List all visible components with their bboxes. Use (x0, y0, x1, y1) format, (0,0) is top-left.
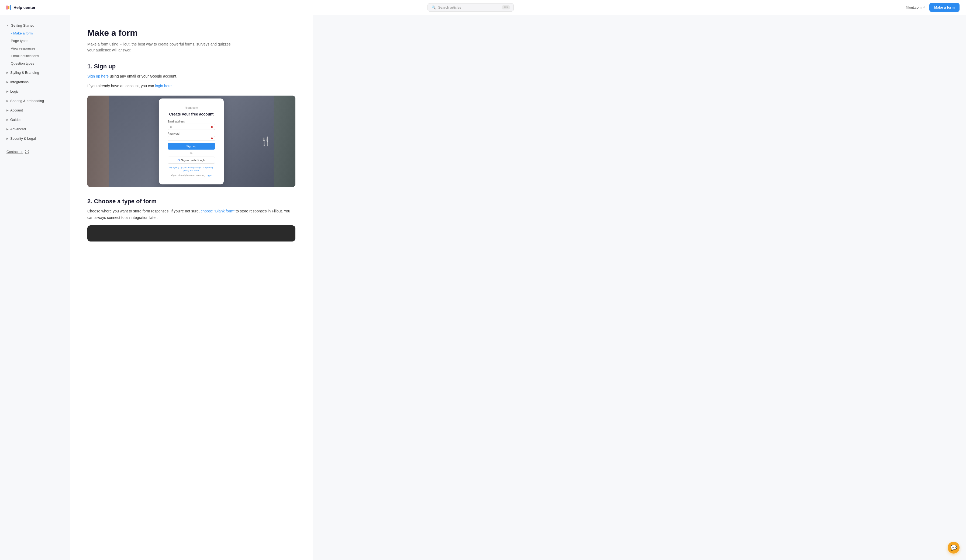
section1-heading: 1. Sign up (87, 63, 296, 70)
sidebar: ▼ Getting Started Make a form Page types… (0, 15, 70, 560)
logo-bar-2 (8, 6, 10, 9)
fillout-link[interactable]: fillout.com (906, 5, 925, 10)
search-kbd: ⌘K (502, 5, 510, 10)
logo-area: Help center (7, 5, 36, 10)
chevron-right-icon-7: ▶ (7, 128, 8, 131)
sidebar-section-sharing: ▶ Sharing & embedding (4, 97, 66, 105)
modal-password-input[interactable] (168, 136, 215, 141)
login-link[interactable]: login here (155, 84, 172, 88)
sidebar-item-page-types[interactable]: Page types (8, 37, 66, 44)
section2-heading: 2. Choose a type of form (87, 198, 296, 205)
sidebar-section-label: Getting Started (11, 23, 34, 28)
sidebar-section-header-account[interactable]: ▶ Account (4, 106, 66, 114)
sidebar-section-header-sharing[interactable]: ▶ Sharing & embedding (4, 97, 66, 105)
page-layout: ▼ Getting Started Make a form Page types… (0, 15, 966, 560)
signup-screenshot: 🍴 fillout.com Create your free account E… (87, 96, 296, 187)
modal-domain: fillout.com (168, 106, 215, 109)
sidebar-section-label-integrations: Integrations (10, 80, 29, 84)
fork-icon: 🍴 (260, 136, 271, 146)
chat-bubble[interactable]: 💬 (948, 542, 959, 553)
sidebar-section-label-sharing: Sharing & embedding (10, 99, 44, 103)
sidebar-item-email-notifications[interactable]: Email notifications (8, 52, 66, 59)
section2-text: Choose where you want to store form resp… (87, 208, 296, 221)
sidebar-section-header-styling[interactable]: ▶ Styling & Branding (4, 69, 66, 77)
logo-bar-3 (10, 5, 12, 10)
modal-terms: By signing up, you are agreeing to our p… (168, 166, 215, 172)
section1-login-suffix: . (172, 84, 173, 88)
section1-login-prefix: If you already have an account, you can (87, 84, 155, 88)
wood-texture-right (274, 96, 296, 187)
sidebar-section-integrations: ▶ Integrations (4, 78, 66, 86)
sidebar-section-guides: ▶ Guides (4, 116, 66, 124)
modal-or-divider: Or (168, 152, 215, 154)
sidebar-section-advanced: ▶ Advanced (4, 125, 66, 133)
section1-signup-text: Sign up here using any email or your Goo… (87, 73, 296, 80)
sidebar-item-make-a-form[interactable]: Make a form (8, 29, 66, 37)
sidebar-section-label-logic: Logic (10, 89, 19, 93)
page-title: Make a form (87, 28, 296, 38)
sidebar-section-logic: ▶ Logic (4, 87, 66, 95)
sidebar-section-security: ▶ Security & Legal (4, 134, 66, 142)
section1-login-text: If you already have an account, you can … (87, 83, 296, 89)
sidebar-section-getting-started: ▼ Getting Started Make a form Page types… (4, 21, 66, 67)
make-form-button[interactable]: Make a form (929, 3, 959, 12)
chevron-right-icon-5: ▶ (7, 109, 8, 112)
chevron-right-icon-4: ▶ (7, 99, 8, 102)
section1-signup-suffix: using any email or your Google account. (108, 74, 177, 79)
sidebar-section-header-security[interactable]: ▶ Security & Legal (4, 134, 66, 142)
sidebar-section-header-getting-started[interactable]: ▼ Getting Started (4, 21, 66, 29)
logo-bar-1 (7, 5, 8, 10)
sidebar-getting-started-items: Make a form Page types View responses Em… (4, 29, 66, 67)
logo-icon (7, 5, 12, 10)
sidebar-section-header-advanced[interactable]: ▶ Advanced (4, 125, 66, 133)
sidebar-item-view-responses[interactable]: View responses (8, 45, 66, 52)
section2-text-start: Choose where you want to store form resp… (87, 209, 201, 213)
modal-google-button[interactable]: G Sign up with Google (168, 157, 215, 164)
modal-password-label: Password (168, 132, 215, 135)
chevron-right-icon-2: ▶ (7, 80, 8, 84)
chevron-right-icon-3: ▶ (7, 90, 8, 93)
chat-icon-glyph: 💬 (950, 544, 957, 551)
wood-texture-left (87, 96, 109, 187)
sidebar-section-label-security: Security & Legal (10, 136, 36, 141)
terms-link[interactable]: terms (194, 169, 199, 172)
chevron-right-icon: ▶ (7, 71, 8, 74)
google-icon: G (177, 159, 180, 162)
modal-terms-text: By signing up, you are agreeing to our (169, 166, 207, 169)
blank-form-link[interactable]: choose "Blank form" (201, 209, 235, 213)
main-content: Make a form Make a form using Fillout, t… (70, 15, 313, 560)
chat-icon: 💬 (25, 150, 29, 154)
modal-login-link[interactable]: Login (205, 174, 212, 177)
sidebar-section-header-logic[interactable]: ▶ Logic (4, 87, 66, 95)
site-title: Help center (13, 5, 36, 10)
sidebar-section-header-integrations[interactable]: ▶ Integrations (4, 78, 66, 86)
modal-email-input[interactable]: ✉ (168, 124, 215, 130)
search-bar[interactable]: 🔍 Search articles ⌘K (427, 3, 514, 11)
modal-email-error (211, 126, 213, 128)
modal-email-value: ✉ (170, 126, 172, 128)
chevron-right-icon-8: ▶ (7, 137, 8, 140)
sidebar-section-label-guides: Guides (10, 118, 21, 122)
sidebar-section-label-account: Account (10, 108, 23, 112)
modal-login-text: If you already have an account, Login (168, 174, 215, 177)
modal-password-error (211, 138, 213, 139)
search-placeholder: Search articles (438, 5, 500, 10)
sidebar-section-account: ▶ Account (4, 106, 66, 114)
modal-terms-and: and (189, 169, 194, 172)
modal-signup-button[interactable]: Sign up (168, 143, 215, 150)
sign-up-link[interactable]: Sign up here (87, 74, 108, 79)
sidebar-section-header-guides[interactable]: ▶ Guides (4, 116, 66, 124)
search-icon: 🔍 (432, 5, 436, 10)
page-subtitle: Make a form using Fillout, the best way … (87, 41, 238, 53)
header-actions: fillout.com Make a form (906, 3, 959, 12)
contact-us[interactable]: Contact us 💬 (4, 148, 66, 156)
modal-google-label: Sign up with Google (181, 159, 205, 162)
contact-us-label: Contact us (7, 150, 23, 154)
header: Help center 🔍 Search articles ⌘K fillout… (0, 0, 966, 15)
modal-title: Create your free account (168, 112, 215, 116)
sidebar-item-question-types[interactable]: Question types (8, 60, 66, 67)
chevron-down-icon: ▼ (7, 24, 9, 27)
chevron-right-icon-6: ▶ (7, 118, 8, 121)
choose-form-screenshot (87, 225, 296, 241)
sidebar-section-styling: ▶ Styling & Branding (4, 69, 66, 77)
